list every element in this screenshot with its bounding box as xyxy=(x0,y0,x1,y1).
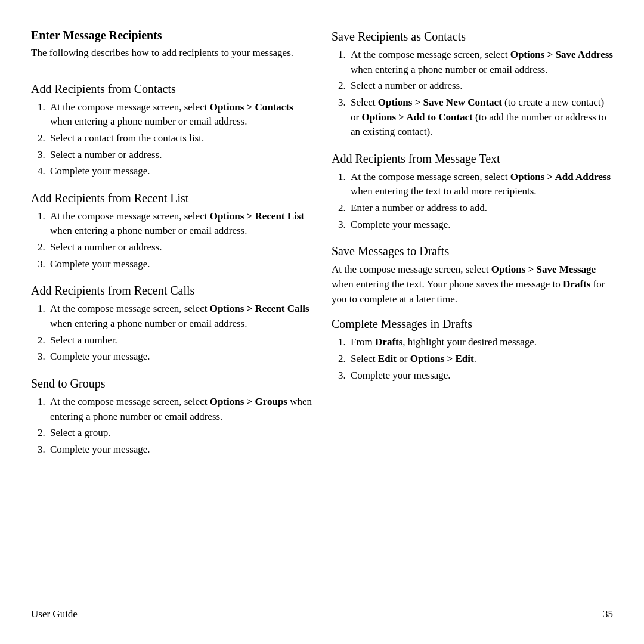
list-item: Select a group. xyxy=(48,426,312,441)
section-contacts: Add Recipients from Contacts At the comp… xyxy=(31,81,312,181)
section-save-drafts-text: At the compose message screen, select Op… xyxy=(332,262,613,306)
section-save-drafts: Save Messages to Drafts At the compose m… xyxy=(332,243,613,306)
intro-text: The following describes how to add recip… xyxy=(31,46,312,61)
footer-page-number: 35 xyxy=(603,608,613,620)
section-complete-drafts-list: From Drafts, highlight your desired mess… xyxy=(332,335,613,383)
list-item: Select Edit or Options > Edit. xyxy=(348,352,613,367)
list-item: At the compose message screen, select Op… xyxy=(48,302,312,331)
list-item: Select a number or address. xyxy=(48,240,312,255)
section-complete-drafts: Complete Messages in Drafts From Drafts,… xyxy=(332,316,613,385)
section-message-text: Add Recipients from Message Text At the … xyxy=(332,151,613,234)
list-item: Complete your message. xyxy=(48,442,312,457)
section-save-drafts-title: Save Messages to Drafts xyxy=(332,243,613,259)
section-save-recipients-title: Save Recipients as Contacts xyxy=(332,29,613,44)
list-item: Complete your message. xyxy=(48,349,312,364)
section-save-recipients-list: At the compose message screen, select Op… xyxy=(332,48,613,140)
section-recent-calls-title: Add Recipients from Recent Calls xyxy=(31,283,312,298)
list-item: From Drafts, highlight your desired mess… xyxy=(348,335,613,350)
list-item: Complete your message. xyxy=(48,164,312,179)
left-column: Enter Message Recipients The following d… xyxy=(31,29,312,603)
intro-section: Enter Message Recipients The following d… xyxy=(31,29,312,72)
section-recent-list-list: At the compose message screen, select Op… xyxy=(31,209,312,272)
section-complete-drafts-title: Complete Messages in Drafts xyxy=(332,316,613,332)
list-item: Select a number. xyxy=(48,333,312,348)
section-message-text-list: At the compose message screen, select Op… xyxy=(332,170,613,233)
section-message-text-title: Add Recipients from Message Text xyxy=(332,151,613,166)
list-item: Enter a number or address to add. xyxy=(348,201,613,216)
section-save-recipients: Save Recipients as Contacts At the compo… xyxy=(332,29,613,141)
footer: User Guide 35 xyxy=(31,603,613,620)
list-item: Select a contact from the contacts list. xyxy=(48,131,312,146)
list-item: Complete your message. xyxy=(348,218,613,233)
list-item: At the compose message screen, select Op… xyxy=(48,209,312,239)
list-item: At the compose message screen, select Op… xyxy=(48,395,312,424)
section-contacts-title: Add Recipients from Contacts xyxy=(31,81,312,97)
list-item: Complete your message. xyxy=(348,369,613,383)
section-recent-list-title: Add Recipients from Recent List xyxy=(31,190,312,206)
section-contacts-list: At the compose message screen, select Op… xyxy=(31,100,312,179)
page: Enter Message Recipients The following d… xyxy=(0,0,644,644)
list-item: Select a number or address. xyxy=(48,148,312,163)
intro-title: Enter Message Recipients xyxy=(31,29,312,42)
content-area: Enter Message Recipients The following d… xyxy=(31,29,613,603)
footer-label: User Guide xyxy=(31,608,78,620)
section-groups-title: Send to Groups xyxy=(31,376,312,391)
list-item: At the compose message screen, select Op… xyxy=(348,48,613,77)
section-recent-list: Add Recipients from Recent List At the c… xyxy=(31,190,312,274)
list-item: Complete your message. xyxy=(48,257,312,272)
list-item: At the compose message screen, select Op… xyxy=(48,100,312,129)
section-groups: Send to Groups At the compose message sc… xyxy=(31,376,312,459)
section-groups-list: At the compose message screen, select Op… xyxy=(31,395,312,457)
list-item: Select a number or address. xyxy=(348,79,613,94)
section-recent-calls: Add Recipients from Recent Calls At the … xyxy=(31,283,312,366)
right-column: Save Recipients as Contacts At the compo… xyxy=(332,29,613,603)
section-recent-calls-list: At the compose message screen, select Op… xyxy=(31,302,312,364)
list-item: At the compose message screen, select Op… xyxy=(348,170,613,199)
list-item: Select Options > Save New Contact (to cr… xyxy=(348,95,613,140)
